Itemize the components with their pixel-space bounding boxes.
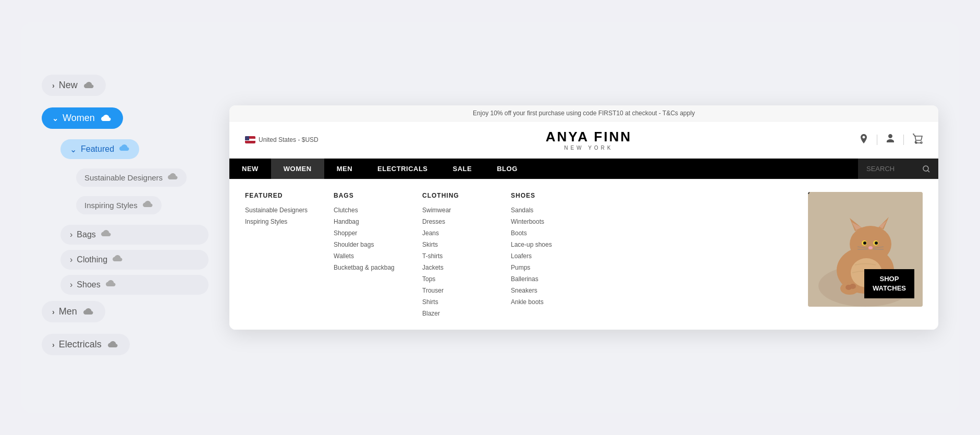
nav-pill-new[interactable]: › New [42, 75, 106, 96]
cart-icon[interactable] [912, 134, 923, 147]
col-item-boots[interactable]: Boots [511, 229, 579, 237]
store-header: United States - $USD ANYA FINN NEW YORK [229, 122, 938, 159]
chevron-right-icon-bags: › [70, 230, 72, 239]
mega-menu-column-shoes: SHOES Sandals Winterboots Boots Lace-up … [511, 192, 579, 317]
col-item-ankleboots[interactable]: Ankle boots [511, 298, 579, 306]
tree-item-featured[interactable]: ⌄ Featured [60, 139, 209, 159]
col-item-skirts[interactable]: Skirts [422, 241, 490, 248]
col-item-shirts[interactable]: Shirts [422, 298, 490, 306]
col-title-featured: FEATURED [245, 192, 313, 199]
nav-pill-men[interactable]: › Men [42, 301, 105, 322]
nav-label-women: Women [63, 113, 95, 124]
nav-item-electricals[interactable]: ELECTRICALS [365, 159, 440, 179]
nav-item-men[interactable]: MEN [324, 159, 365, 179]
main-container: › New ⌄ Women [21, 22, 959, 413]
svg-point-22 [850, 284, 856, 289]
col-item-dresses[interactable]: Dresses [422, 218, 490, 225]
col-item-sandals[interactable]: Sandals [511, 207, 579, 214]
svg-point-13 [863, 241, 866, 245]
col-title-bags: BAGS [334, 192, 401, 199]
col-item-blazer[interactable]: Blazer [422, 310, 490, 317]
col-item-clutches[interactable]: Clutches [334, 207, 401, 214]
nav-label-inspiring: Inspiring Styles [84, 201, 138, 210]
tree-item-inspiring[interactable]: Inspiring Styles [76, 196, 209, 214]
col-item-handbag[interactable]: Handbag [334, 218, 401, 225]
promo-badge[interactable]: SHOP WATCHES [864, 269, 914, 298]
svg-point-5 [850, 226, 891, 262]
col-item-winterboots[interactable]: Winterboots [511, 218, 579, 225]
search-input[interactable] [866, 165, 918, 173]
tree-subtree-women: ⌄ Women ⌄ Featured [42, 107, 209, 295]
chevron-right-icon-clothing: › [70, 255, 72, 264]
col-item-loafers[interactable]: Loafers [511, 252, 579, 260]
col-item-ballerinas[interactable]: Ballerinas [511, 275, 579, 283]
col-item-shoulder-bags[interactable]: Shoulder bags [334, 241, 401, 248]
mega-menu-column-clothing: CLOTHING Swimwear Dresses Jeans Skirts T… [422, 192, 490, 317]
cloud-icon-bags [100, 229, 112, 240]
store-logo[interactable]: ANYA FINN NEW YORK [546, 129, 632, 151]
col-item-shopper[interactable]: Shopper [334, 229, 401, 237]
mega-menu-column-bags: BAGS Clutches Handbag Shopper Shoulder b… [334, 192, 401, 317]
nav-label-electricals: Electricals [59, 339, 102, 350]
col-item-trouser[interactable]: Trouser [422, 287, 490, 294]
cloud-icon-men [81, 307, 95, 317]
tree-item-electricals[interactable]: › Electricals [42, 334, 209, 355]
nav-pill-women[interactable]: ⌄ Women [42, 107, 123, 129]
tree-item-bags[interactable]: › Bags [42, 225, 209, 245]
promo-image[interactable]: SHOP WATCHES [808, 192, 923, 307]
us-flag-icon [245, 136, 255, 143]
tree-item-clothing[interactable]: › Clothing [42, 250, 209, 270]
header-icons [859, 134, 923, 147]
mega-menu-column-featured: FEATURED Sustainable Designers Inspiring… [245, 192, 313, 317]
user-icon[interactable] [886, 134, 895, 147]
search-icon [923, 165, 930, 173]
nav-pill-inspiring[interactable]: Inspiring Styles [76, 196, 162, 214]
tree-item-sustainable[interactable]: Sustainable Designers [76, 168, 209, 187]
col-item-tshirts[interactable]: T-shirts [422, 252, 490, 260]
svg-line-1 [928, 171, 929, 172]
nav-label-clothing: Clothing [77, 255, 107, 264]
col-item-tops[interactable]: Tops [422, 275, 490, 283]
col-item-inspiring[interactable]: Inspiring Styles [245, 218, 313, 225]
nav-pill-shoes[interactable]: › Shoes [60, 275, 209, 295]
nav-item-blog[interactable]: BLOG [484, 159, 530, 179]
locale-selector[interactable]: United States - $USD [245, 136, 318, 143]
col-item-jeans[interactable]: Jeans [422, 229, 490, 237]
promo-badge-line2: WATCHES [873, 284, 906, 293]
cloud-icon-clothing [112, 255, 123, 265]
nav-item-new[interactable]: NEW [229, 159, 271, 179]
nav-pill-clothing[interactable]: › Clothing [60, 250, 209, 270]
nav-pill-electricals[interactable]: › Electricals [42, 334, 130, 355]
location-icon[interactable] [859, 134, 868, 147]
browser-panel: Enjoy 10% off your first purchase using … [229, 105, 938, 330]
tree-item-new[interactable]: › New [42, 75, 209, 96]
nav-pill-featured[interactable]: ⌄ Featured [60, 139, 139, 159]
chevron-down-icon: ⌄ [52, 114, 58, 123]
tree-panel: › New ⌄ Women [42, 64, 209, 371]
search-box[interactable] [858, 159, 938, 179]
col-item-sneakers[interactable]: Sneakers [511, 287, 579, 294]
cloud-icon-women [99, 113, 113, 124]
tree-item-women[interactable]: ⌄ Women [42, 107, 209, 129]
col-item-sustainable[interactable]: Sustainable Designers [245, 207, 313, 214]
tree-item-shoes[interactable]: › Shoes [42, 275, 209, 295]
announcement-bar: Enjoy 10% off your first purchase using … [229, 105, 938, 122]
col-item-pumps[interactable]: Pumps [511, 264, 579, 271]
col-item-wallets[interactable]: Wallets [334, 252, 401, 260]
col-item-swimwear[interactable]: Swimwear [422, 207, 490, 214]
store-logo-name: ANYA FINN [546, 129, 632, 145]
nav-label-featured: Featured [81, 144, 114, 154]
divider-icons-2 [903, 135, 904, 145]
col-item-jackets[interactable]: Jackets [422, 264, 490, 271]
nav-item-sale[interactable]: SALE [440, 159, 485, 179]
locale-text: United States - $USD [259, 136, 318, 143]
nav-pill-sustainable[interactable]: Sustainable Designers [76, 168, 187, 187]
nav-pill-bags[interactable]: › Bags [60, 225, 209, 245]
tree-item-men[interactable]: › Men [42, 301, 209, 322]
col-item-laceup[interactable]: Lace-up shoes [511, 241, 579, 248]
chevron-right-icon: › [52, 81, 55, 90]
chevron-down-icon-featured: ⌄ [70, 144, 77, 154]
tree-subtree-featured: ⌄ Featured Sustainable Designers [42, 139, 209, 220]
nav-item-women[interactable]: WOMEN [271, 159, 324, 179]
col-item-bucketbag[interactable]: Bucketbag & packbag [334, 264, 401, 271]
